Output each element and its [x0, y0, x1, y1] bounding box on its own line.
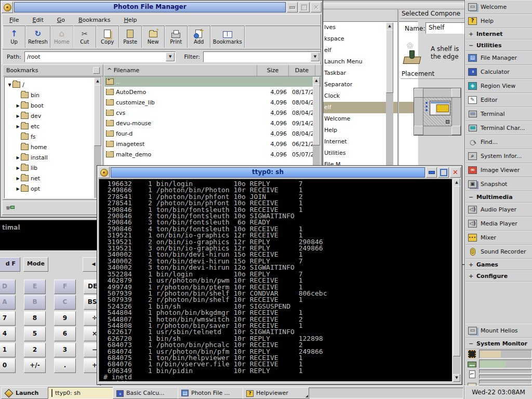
window-title[interactable]: Photon File Manager	[14, 2, 286, 12]
tree-item-fs[interactable]: fs	[5, 131, 101, 142]
sidebar-item-mixer[interactable]: •••Mixer	[466, 231, 532, 245]
shelf-list-item[interactable]: Utilities	[311, 148, 418, 159]
shelf-list-item[interactable]: Help	[311, 125, 418, 136]
sidebar-item-region-view[interactable]: ◈Region View	[466, 79, 532, 93]
window-menu-button[interactable]	[2, 2, 13, 13]
calc-key-A[interactable]: A	[0, 295, 16, 310]
sidebar-item-file-manager[interactable]: ▤File Manager	[466, 51, 532, 65]
sidebar-item-welcome[interactable]: ▭Welcome	[466, 0, 532, 14]
window-title[interactable]: ttyp0: sh	[111, 167, 425, 178]
scrollbar-thumb[interactable]	[313, 84, 320, 145]
calc-key-E[interactable]: E	[24, 280, 46, 294]
sidebar-item-help[interactable]: ?Help	[466, 14, 532, 28]
task-button-ttyp0-sh[interactable]: ttyp0: sh	[48, 387, 115, 399]
tree-item-net[interactable]: ▶net	[5, 173, 101, 183]
toolbar-print-button[interactable]: Print	[165, 25, 188, 48]
toolbar-cut-button[interactable]: ✂Cut	[73, 25, 96, 48]
expand-icon[interactable]: +	[469, 261, 473, 268]
second-function-button[interactable]: d F	[0, 257, 20, 272]
tree-expand-arrow[interactable]: ▶	[15, 114, 21, 118]
tree-item-bin[interactable]: bin	[5, 90, 101, 100]
tree-expand-arrow[interactable]: ▶	[15, 166, 21, 170]
expand-icon[interactable]: +	[469, 273, 473, 280]
sidebar-item-snapshot[interactable]: ▣Snapshot	[466, 177, 532, 191]
calc-key-1[interactable]: 1	[0, 343, 16, 357]
tree-item-lib[interactable]: ▶lib	[5, 163, 101, 173]
tree-expand-arrow[interactable]: ▶	[15, 176, 21, 181]
shelf-list-item[interactable]: Internet	[311, 136, 418, 148]
sidebar-group-multimedia[interactable]: −Multimedia	[466, 191, 532, 203]
scroll-up-arrow[interactable]: ▲	[386, 22, 393, 30]
tree-expand-arrow[interactable]: ▼	[7, 83, 12, 87]
toolbar-copy-button[interactable]: Copy	[96, 25, 119, 48]
tree-expand-arrow[interactable]: ▶	[15, 103, 21, 108]
filter-dropdown-arrow[interactable]: ▼	[311, 52, 320, 61]
tree-item-[interactable]: ▼/	[5, 79, 101, 90]
sidebar-item-image-viewer[interactable]: ∞Image Viewer	[466, 163, 532, 177]
minimize-button[interactable]	[426, 167, 437, 178]
tree-item-boot[interactable]: ▶boot	[5, 100, 101, 111]
sidebar-item-calculator[interactable]: :::Calculator	[466, 65, 532, 79]
tree-expand-arrow[interactable]: ▶	[15, 124, 21, 129]
sidebar-item-terminal[interactable]: Terminal	[466, 107, 532, 121]
shelf-list-item[interactable]: Separator	[311, 79, 418, 90]
window-menu-button[interactable]	[98, 167, 110, 178]
scroll-up-arrow[interactable]: ▲	[453, 179, 460, 187]
task-button-basic-calcu-[interactable]: ::Basic Calcu...	[113, 387, 180, 399]
calc-key-B[interactable]: B	[24, 295, 46, 310]
collapse-icon[interactable]: −	[469, 340, 473, 347]
file-row[interactable]: customize_lib4,09608/04/20	[104, 97, 321, 108]
tree-item-dev[interactable]: ▶dev	[5, 111, 101, 121]
file-row[interactable]: AutoDemo4,09608/17/20	[104, 87, 321, 97]
minimize-button[interactable]	[287, 2, 298, 12]
toolbar-new-button[interactable]: New	[142, 25, 165, 48]
terminal-screen[interactable]: 196632 1 bin/login 10o REPLY 7 249866 1 …	[99, 179, 453, 382]
sidebar-item-find-[interactable]: ○Find...	[466, 135, 532, 149]
sidebar-group-configure[interactable]: +Configure	[466, 270, 532, 282]
path-dropdown-arrow[interactable]: ▼	[166, 52, 175, 61]
calc-key-9[interactable]: 9	[54, 311, 76, 326]
column-header-date[interactable]: Date	[289, 65, 315, 76]
tree-item-install[interactable]: ▶install	[5, 152, 101, 163]
calc-key-F[interactable]: F	[54, 280, 76, 294]
toolbar-bookmarks-button[interactable]: Bookmarks	[210, 25, 245, 48]
toolbar-up-button[interactable]: ↑Up	[3, 25, 25, 48]
menu-file[interactable]: File	[3, 16, 25, 24]
calc-key-[interactable]: +/-	[24, 358, 46, 373]
tree-item-opt[interactable]: ▶opt	[5, 183, 101, 194]
scrollbar-thumb[interactable]	[453, 186, 460, 356]
calc-key-8[interactable]: 8	[24, 311, 46, 326]
filter-combobox[interactable]: ▼	[203, 51, 321, 62]
shelf-list-item[interactable]: elf	[311, 102, 418, 113]
calc-key-3[interactable]: 3	[54, 343, 76, 357]
calc-key-2[interactable]: 2	[24, 343, 46, 357]
file-row[interactable]: ..	[104, 76, 321, 87]
file-row[interactable]: four-d4,09608/04/20	[104, 128, 321, 139]
placement-widget[interactable]	[414, 88, 461, 136]
panel-detach-button[interactable]	[93, 67, 100, 74]
toolbar-refresh-button[interactable]: ↻Refresh	[25, 25, 50, 48]
column-header-size[interactable]: Size	[257, 65, 289, 76]
calc-key-7[interactable]: 7	[0, 311, 16, 326]
sidebar-item-terminal-char-[interactable]: Terminal Char...	[466, 121, 532, 135]
shelf-list-item[interactable]: lves	[311, 22, 418, 33]
sidebar-item-editor[interactable]: ✎Editor	[466, 93, 532, 107]
sidebar-group-games[interactable]: +Games	[466, 259, 532, 270]
close-button[interactable]: ✕	[450, 167, 461, 178]
tree-expand-arrow[interactable]: ▶	[15, 155, 21, 160]
terminal-scrollbar[interactable]: ▲ ▼	[453, 179, 460, 382]
placement-center-preview[interactable]	[423, 97, 452, 126]
column-header-filename[interactable]: ^ Filename	[104, 65, 257, 76]
menu-go[interactable]: Go	[50, 16, 72, 24]
scrollbar-thumb[interactable]	[386, 30, 393, 93]
toolbar-paste-button[interactable]: Paste	[119, 25, 142, 48]
tree-item-home[interactable]: home	[5, 142, 101, 152]
placement-corner-br[interactable]	[451, 126, 461, 135]
tree-item-etc[interactable]: ▶etc	[5, 121, 101, 131]
calc-key-5[interactable]: 5	[24, 327, 46, 341]
expand-icon[interactable]: +	[469, 31, 473, 37]
calc-key-C[interactable]: C	[54, 295, 76, 310]
mode-button[interactable]: Mode	[23, 257, 48, 272]
toolbar-add-button[interactable]: Add	[188, 25, 210, 48]
calc-key-6[interactable]: 6	[54, 327, 76, 341]
